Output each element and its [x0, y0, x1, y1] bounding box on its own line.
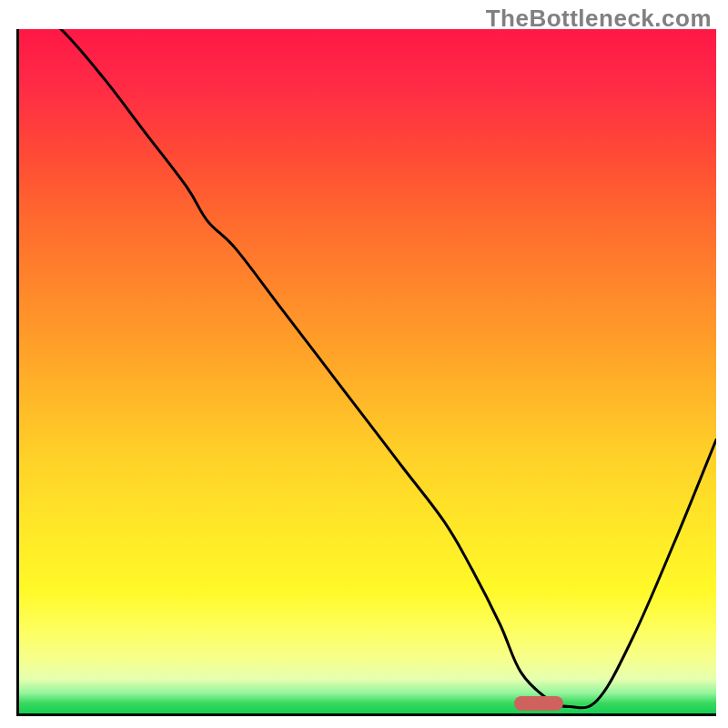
watermark-text: TheBottleneck.com: [486, 5, 712, 33]
plot-area: [16, 29, 716, 716]
bottleneck-curve: [19, 29, 716, 708]
chart-container: TheBottleneck.com: [0, 0, 728, 728]
optimal-marker: [514, 696, 563, 711]
curve-svg: [19, 29, 716, 713]
